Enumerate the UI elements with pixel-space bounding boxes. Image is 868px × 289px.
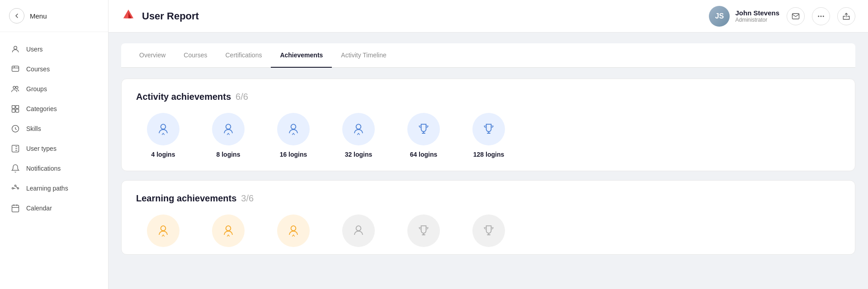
back-button[interactable] [9,8,24,23]
sidebar-item-categories[interactable]: Categories [0,99,108,119]
learning-badge-2 [201,214,255,247]
svg-point-2 [13,86,15,89]
badge-32-logins: 32 logins [331,113,386,158]
learning-badge-6 [462,214,516,247]
svg-point-20 [161,226,166,231]
tab-courses[interactable]: Courses [175,43,216,68]
learning-badge-circle-5 [407,214,440,247]
activity-badges-row: 4 logins 8 logins [136,113,840,158]
svg-point-17 [226,124,231,129]
sidebar-item-courses[interactable]: Courses [0,59,108,79]
learning-badge-5 [396,214,451,247]
badge-16-logins-label: 16 logins [280,151,307,158]
sidebar-item-skills[interactable]: Skills [0,119,108,139]
badge-8-logins-label: 8 logins [217,151,241,158]
activity-achievements-count: 6/6 [236,92,248,102]
notifications-icon [11,164,20,173]
badge-circle-32 [342,113,375,145]
header-right: JS John Stevens Administrator [709,6,855,27]
badge-16-logins: 16 logins [266,113,321,158]
user-text: John Stevens Administrator [735,9,779,23]
user-info: JS John Stevens Administrator [709,6,779,27]
mail-button[interactable] [787,7,805,25]
svg-point-13 [818,15,819,17]
svg-point-10 [14,185,16,186]
learning-badge-circle-2 [212,214,245,247]
badge-128-logins: 128 logins [462,113,516,158]
svg-point-23 [356,226,361,231]
badge-4-logins-label: 4 logins [151,151,175,158]
svg-point-9 [12,187,14,189]
svg-point-0 [14,46,17,49]
svg-point-3 [16,86,18,89]
sidebar-nav: Users Courses Groups Categories [0,32,108,289]
tab-achievements[interactable]: Achievements [271,43,332,68]
courses-icon [11,65,20,74]
svg-point-11 [17,187,19,189]
badge-64-logins: 64 logins [396,113,451,158]
svg-rect-7 [16,109,19,112]
menu-label: Menu [30,12,47,20]
page-title: User Report [142,10,199,22]
svg-point-19 [356,124,361,129]
learning-achievements-count: 3/6 [241,193,254,204]
main-area: User Report JS John Stevens Administrato… [108,0,868,289]
svg-rect-1 [12,66,19,71]
sidebar-item-learning-paths[interactable]: Learning paths [0,178,108,198]
user-types-icon [11,144,20,153]
learning-badge-circle-4 [342,214,375,247]
header-logo: User Report [121,8,199,24]
sidebar: Menu Users Courses Groups [0,0,108,289]
activity-achievements-card: Activity achievements 6/6 4 logins [121,79,855,171]
skills-icon [11,124,20,133]
user-name: John Stevens [735,9,779,17]
learning-badge-circle-3 [277,214,310,247]
svg-rect-4 [12,106,15,109]
learning-achievements-card: Learning achievements 3/6 [121,180,855,255]
sidebar-item-calendar[interactable]: Calendar [0,198,108,218]
share-button[interactable] [837,7,855,25]
svg-point-14 [821,15,822,17]
badge-circle-8 [212,113,245,145]
more-options-button[interactable] [812,7,830,25]
svg-point-18 [291,124,296,129]
sidebar-item-users[interactable]: Users [0,39,108,59]
badge-circle-128 [472,113,505,145]
badge-32-logins-label: 32 logins [345,151,373,158]
badge-circle-16 [277,113,310,145]
badge-4-logins: 4 logins [136,113,190,158]
badge-circle-4 [147,113,179,145]
learning-paths-icon [11,184,20,193]
svg-rect-5 [16,106,19,109]
svg-rect-12 [12,205,19,212]
tabs-bar: Overview Courses Certifications Achievem… [121,43,855,68]
groups-icon [11,84,20,93]
svg-point-22 [291,226,296,231]
badge-128-logins-label: 128 logins [473,151,504,158]
tab-certifications[interactable]: Certifications [217,43,271,68]
learning-badge-circle-1 [147,214,179,247]
svg-point-15 [823,15,824,17]
user-icon [11,45,20,54]
header: User Report JS John Stevens Administrato… [108,0,868,33]
categories-icon [11,104,20,113]
learning-badge-circle-6 [472,214,505,247]
calendar-icon [11,204,20,213]
sidebar-item-user-types[interactable]: User types [0,139,108,158]
user-role: Administrator [735,17,779,23]
badge-64-logins-label: 64 logins [410,151,438,158]
svg-rect-6 [12,109,15,112]
tab-overview[interactable]: Overview [130,43,175,68]
avatar-initials: JS [709,6,730,27]
svg-point-16 [161,124,166,129]
sidebar-item-notifications[interactable]: Notifications [0,158,108,178]
sidebar-item-groups[interactable]: Groups [0,79,108,99]
learning-badge-1 [136,214,190,247]
learning-badge-3 [266,214,321,247]
content-area: Overview Courses Certifications Achievem… [108,33,868,289]
learning-badge-4 [331,214,386,247]
sidebar-top: Menu [0,0,108,32]
tab-activity-timeline[interactable]: Activity Timeline [332,43,395,68]
activity-achievements-title: Activity achievements 6/6 [136,92,840,102]
learning-achievements-title: Learning achievements 3/6 [136,193,840,204]
